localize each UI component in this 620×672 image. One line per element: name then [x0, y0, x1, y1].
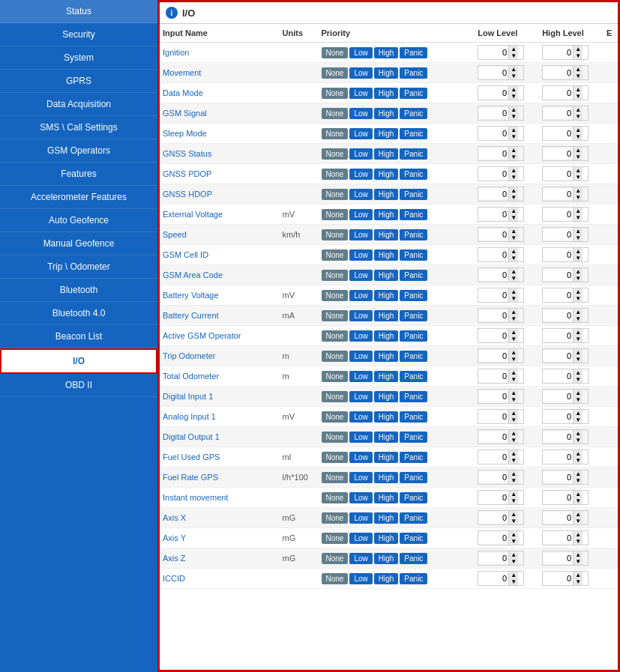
sidebar-item-gsm-operators[interactable]: GSM Operators — [0, 139, 157, 163]
btn-low[interactable]: Low — [349, 128, 372, 139]
high-level-spin-input[interactable] — [543, 148, 573, 159]
low-level-spin-input[interactable] — [478, 330, 508, 341]
btn-none[interactable]: None — [322, 270, 349, 281]
high-level-spin-down[interactable]: ▼ — [574, 133, 583, 140]
high-level-spin-up[interactable]: ▲ — [574, 167, 583, 174]
btn-high[interactable]: High — [374, 330, 399, 342]
low-level-spin-up[interactable]: ▲ — [509, 531, 518, 538]
high-level-spin-input[interactable] — [543, 108, 573, 118]
low-level-spin-up[interactable]: ▲ — [509, 511, 518, 518]
high-level-spin-up[interactable]: ▲ — [574, 390, 583, 396]
high-level-spin-down[interactable]: ▼ — [574, 457, 583, 464]
sidebar-item-bluetooth-4-0[interactable]: Bluetooth 4.0 — [0, 302, 157, 325]
low-level-spin-up[interactable]: ▲ — [509, 147, 518, 154]
btn-panic[interactable]: Panic — [400, 330, 427, 342]
btn-panic[interactable]: Panic — [400, 351, 427, 362]
low-level-spin-up[interactable]: ▲ — [509, 127, 518, 133]
btn-panic[interactable]: Panic — [400, 270, 427, 281]
low-level-spin-up[interactable]: ▲ — [509, 450, 518, 457]
btn-low[interactable]: Low — [349, 189, 372, 200]
btn-none[interactable]: None — [322, 452, 349, 463]
high-level-spin-down[interactable]: ▼ — [574, 73, 583, 79]
btn-none[interactable]: None — [322, 189, 349, 200]
sidebar-item-beacon-list[interactable]: Beacon List — [0, 325, 157, 348]
btn-panic[interactable]: Panic — [400, 290, 427, 301]
btn-low[interactable]: Low — [349, 553, 372, 564]
sidebar-item-status[interactable]: Status — [0, 0, 157, 23]
btn-panic[interactable]: Panic — [400, 533, 427, 544]
high-level-spin-up[interactable]: ▲ — [574, 147, 583, 154]
btn-high[interactable]: High — [374, 432, 399, 443]
low-level-spin-down[interactable]: ▼ — [509, 396, 518, 403]
low-level-spin-up[interactable]: ▲ — [509, 248, 518, 255]
btn-none[interactable]: None — [322, 108, 349, 119]
btn-none[interactable]: None — [322, 330, 349, 342]
high-level-spin-up[interactable]: ▲ — [574, 470, 583, 477]
btn-panic[interactable]: Panic — [400, 472, 427, 483]
btn-none[interactable]: None — [322, 310, 349, 321]
low-level-spin-up[interactable]: ▲ — [509, 268, 518, 275]
low-level-spin-input[interactable] — [478, 148, 508, 159]
btn-none[interactable]: None — [322, 533, 349, 544]
low-level-spin-down[interactable]: ▼ — [509, 315, 518, 322]
high-level-spin-input[interactable] — [543, 452, 573, 462]
low-level-spin-input[interactable] — [478, 573, 508, 584]
low-level-spin-down[interactable]: ▼ — [509, 93, 518, 100]
high-level-spin-down[interactable]: ▼ — [574, 234, 583, 241]
btn-high[interactable]: High — [374, 573, 399, 584]
low-level-spin-input[interactable] — [478, 472, 508, 482]
btn-none[interactable]: None — [322, 209, 349, 220]
high-level-spin-up[interactable]: ▲ — [574, 208, 583, 214]
btn-low[interactable]: Low — [349, 452, 372, 463]
btn-low[interactable]: Low — [349, 573, 372, 584]
sidebar-item-auto-geofence[interactable]: Auto Geofence — [0, 209, 157, 232]
low-level-spin-input[interactable] — [478, 249, 508, 260]
btn-panic[interactable]: Panic — [400, 573, 427, 584]
high-level-spin-down[interactable]: ▼ — [574, 194, 583, 201]
low-level-spin-down[interactable]: ▼ — [509, 275, 518, 282]
btn-panic[interactable]: Panic — [400, 189, 427, 200]
btn-high[interactable]: High — [374, 512, 399, 524]
high-level-spin-input[interactable] — [543, 391, 573, 402]
btn-high[interactable]: High — [374, 270, 399, 281]
btn-none[interactable]: None — [322, 391, 349, 402]
low-level-spin-input[interactable] — [478, 492, 508, 503]
high-level-spin-down[interactable]: ▼ — [574, 214, 583, 221]
btn-none[interactable]: None — [322, 371, 349, 382]
btn-high[interactable]: High — [374, 108, 399, 119]
btn-low[interactable]: Low — [349, 472, 372, 483]
high-level-spin-down[interactable]: ▼ — [574, 113, 583, 120]
high-level-spin-input[interactable] — [543, 67, 573, 78]
btn-low[interactable]: Low — [349, 512, 372, 524]
btn-low[interactable]: Low — [349, 351, 372, 362]
low-level-spin-down[interactable]: ▼ — [509, 194, 518, 201]
btn-low[interactable]: Low — [349, 290, 372, 301]
high-level-spin-down[interactable]: ▼ — [574, 578, 583, 585]
low-level-spin-input[interactable] — [478, 229, 508, 240]
high-level-spin-input[interactable] — [543, 290, 573, 300]
sidebar-item-accelerometer-features[interactable]: Accelerometer Features — [0, 186, 157, 209]
high-level-spin-input[interactable] — [543, 472, 573, 482]
btn-panic[interactable]: Panic — [400, 229, 427, 240]
btn-high[interactable]: High — [374, 351, 399, 362]
high-level-spin-up[interactable]: ▲ — [574, 349, 583, 356]
high-level-spin-up[interactable]: ▲ — [574, 187, 583, 194]
sidebar-item-trip---odometer[interactable]: Trip \ Odometer — [0, 255, 157, 279]
btn-low[interactable]: Low — [349, 492, 372, 503]
low-level-spin-down[interactable]: ▼ — [509, 214, 518, 221]
btn-low[interactable]: Low — [349, 209, 372, 220]
low-level-spin-down[interactable]: ▼ — [509, 174, 518, 181]
high-level-spin-up[interactable]: ▲ — [574, 86, 583, 93]
low-level-spin-input[interactable] — [478, 189, 508, 199]
high-level-spin-down[interactable]: ▼ — [574, 93, 583, 100]
high-level-spin-up[interactable]: ▲ — [574, 228, 583, 234]
low-level-spin-up[interactable]: ▲ — [509, 329, 518, 336]
btn-panic[interactable]: Panic — [400, 452, 427, 463]
high-level-spin-up[interactable]: ▲ — [574, 127, 583, 133]
btn-low[interactable]: Low — [349, 249, 372, 261]
high-level-spin-down[interactable]: ▼ — [574, 295, 583, 302]
high-level-spin-input[interactable] — [543, 88, 573, 98]
btn-high[interactable]: High — [374, 88, 399, 99]
low-level-spin-input[interactable] — [478, 391, 508, 402]
btn-high[interactable]: High — [374, 67, 399, 79]
